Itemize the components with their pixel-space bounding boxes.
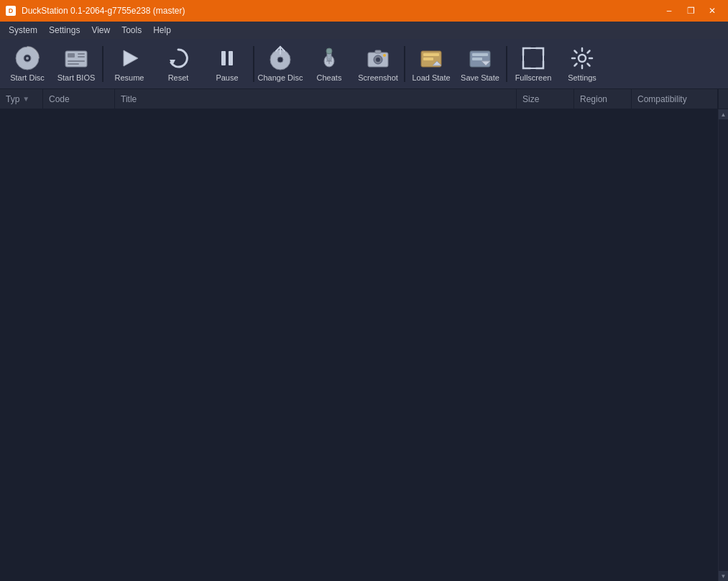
maximize-button[interactable]: ❐ — [681, 4, 701, 18]
menu-tools[interactable]: Tools — [116, 22, 147, 39]
svg-rect-28 — [423, 58, 433, 60]
pause-button[interactable]: Pause — [203, 41, 252, 87]
title-text: D DuckStation 0.1-2064-g7755e238 (master… — [6, 6, 185, 16]
svg-rect-8 — [68, 63, 79, 65]
menu-bar: System Settings View Tools Help — [0, 22, 728, 39]
fullscreen-label: Fullscreen — [515, 73, 552, 83]
menu-help[interactable]: Help — [147, 22, 177, 39]
scroll-down-button[interactable]: ▼ — [719, 571, 728, 581]
change-disc-icon — [267, 45, 294, 72]
svg-rect-4 — [68, 53, 75, 58]
save-state-button[interactable]: Save State — [456, 41, 504, 87]
start-disc-button[interactable]: Start Disc — [3, 41, 52, 87]
window-controls: – ❐ ✕ — [659, 4, 722, 18]
svg-point-25 — [383, 54, 386, 57]
svg-rect-6 — [78, 56, 85, 58]
resume-button[interactable]: Resume — [105, 41, 154, 87]
table-header: Typ ▼ Code Title Size Region Compatibili… — [0, 89, 728, 109]
close-button[interactable]: ✕ — [702, 4, 722, 18]
svg-point-18 — [326, 48, 332, 54]
title-label: DuckStation 0.1-2064-g7755e238 (master) — [22, 6, 185, 16]
resume-label: Resume — [115, 73, 144, 83]
svg-point-23 — [376, 58, 380, 62]
screenshot-label: Screenshot — [358, 73, 398, 83]
scroll-track[interactable] — [719, 119, 728, 571]
start-disc-icon — [14, 45, 41, 72]
start-bios-icon — [63, 45, 90, 72]
start-bios-button[interactable]: Start BIOS — [52, 41, 101, 87]
svg-point-33 — [579, 55, 586, 62]
load-state-icon — [418, 45, 445, 72]
column-code[interactable]: Code — [43, 89, 115, 109]
menu-settings[interactable]: Settings — [43, 22, 86, 39]
svg-rect-5 — [78, 53, 85, 55]
svg-point-2 — [26, 57, 29, 60]
save-state-icon — [466, 45, 494, 72]
cheats-button[interactable]: Cheats — [305, 41, 354, 87]
reset-icon — [165, 45, 192, 72]
title-bar: D DuckStation 0.1-2064-g7755e238 (master… — [0, 0, 728, 22]
load-state-label: Load State — [412, 73, 450, 83]
scrollbar: ▲ ▼ — [718, 109, 728, 581]
svg-rect-30 — [472, 53, 488, 56]
change-disc-label: Change Disc — [258, 73, 303, 83]
separator-3 — [404, 46, 405, 82]
column-title[interactable]: Title — [115, 89, 517, 109]
cheats-label: Cheats — [317, 73, 342, 83]
separator-4 — [506, 46, 507, 82]
minimize-button[interactable]: – — [659, 4, 679, 18]
column-region[interactable]: Region — [574, 89, 632, 109]
pause-label: Pause — [216, 73, 238, 83]
start-disc-label: Start Disc — [10, 73, 45, 83]
toolbar: Start Disc Start BIOS Resume — [0, 39, 728, 89]
app-icon: D — [6, 6, 16, 16]
play-icon — [116, 45, 143, 72]
load-state-button[interactable]: Load State — [407, 41, 456, 87]
menu-view[interactable]: View — [86, 22, 116, 39]
svg-point-14 — [277, 57, 283, 63]
menu-system[interactable]: System — [3, 22, 43, 39]
screenshot-button[interactable]: Screenshot — [354, 41, 402, 87]
reset-label: Reset — [168, 73, 189, 83]
settings-label: Settings — [568, 73, 596, 83]
settings-button[interactable]: Settings — [558, 41, 607, 87]
svg-rect-31 — [472, 58, 482, 60]
change-disc-button[interactable]: Change Disc — [256, 41, 305, 87]
column-compatibility[interactable]: Compatibility — [632, 89, 718, 109]
fullscreen-icon — [520, 45, 547, 72]
scroll-up-button[interactable]: ▲ — [719, 109, 728, 119]
save-state-label: Save State — [461, 73, 499, 83]
pause-icon — [213, 45, 241, 72]
cheats-icon — [315, 45, 343, 72]
screenshot-icon — [364, 45, 392, 72]
main-content: Typ ▼ Code Title Size Region Compatibili… — [0, 89, 728, 581]
separator-2 — [253, 46, 254, 82]
svg-rect-24 — [375, 50, 381, 53]
svg-marker-9 — [124, 50, 138, 66]
reset-button[interactable]: Reset — [154, 41, 203, 87]
svg-rect-32 — [523, 48, 543, 68]
settings-icon — [568, 45, 596, 72]
game-list-body[interactable]: ▲ ▼ — [0, 109, 728, 581]
column-size[interactable]: Size — [517, 89, 574, 109]
header-scrollbar-spacer — [718, 89, 728, 109]
svg-rect-12 — [229, 51, 233, 65]
svg-rect-27 — [423, 53, 439, 56]
start-bios-label: Start BIOS — [57, 73, 96, 83]
svg-rect-7 — [68, 60, 85, 62]
sort-arrow-type: ▼ — [22, 95, 29, 103]
svg-rect-11 — [221, 51, 226, 65]
column-type[interactable]: Typ ▼ — [0, 89, 43, 109]
fullscreen-button[interactable]: Fullscreen — [509, 41, 558, 87]
separator-1 — [102, 46, 103, 82]
